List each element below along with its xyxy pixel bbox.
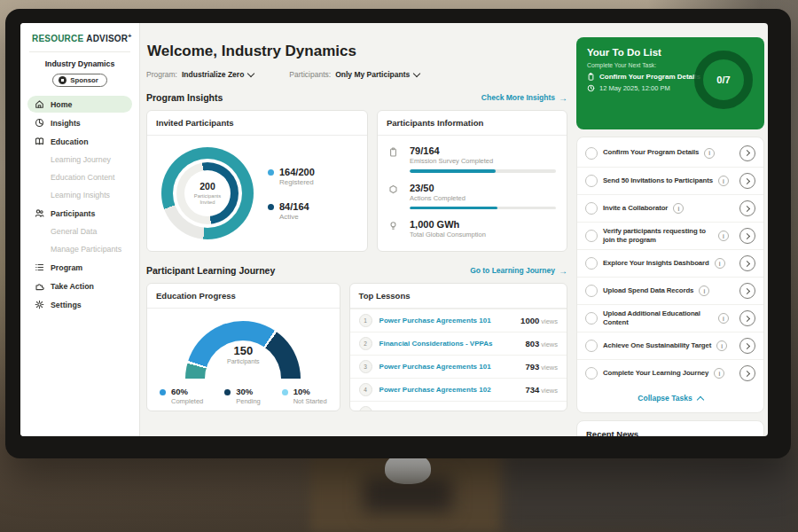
chevron-right-icon xyxy=(744,232,750,239)
sidebar-item-take-action[interactable]: Take Action xyxy=(27,278,132,294)
info-icon[interactable] xyxy=(715,258,725,269)
registered-legend: 164/200 Registered xyxy=(268,167,315,186)
task-row: Invite a Collaborator xyxy=(577,194,763,222)
sidebar: RESOURCE ADVISOR+ Industry Dynamics Spon… xyxy=(20,23,140,436)
task-open-button[interactable] xyxy=(739,200,755,216)
task-checkbox[interactable] xyxy=(585,340,598,352)
sidebar-nav: Home Insights Education Learning Journey xyxy=(20,96,139,313)
lesson-link[interactable]: Power Purchase Agreements 101 xyxy=(379,363,519,371)
card-title: Participants Information xyxy=(378,111,567,136)
sidebar-item-general-data[interactable]: General Data xyxy=(27,223,132,239)
monitor-bezel: RESOURCE ADVISOR+ Industry Dynamics Spon… xyxy=(5,9,791,458)
sidebar-item-education[interactable]: Education xyxy=(27,133,132,150)
chevron-right-icon xyxy=(744,205,750,211)
hexagon-icon xyxy=(388,184,398,194)
recent-news-card: Recent News xyxy=(576,420,764,436)
dashboard-screen: RESOURCE ADVISOR+ Industry Dynamics Spon… xyxy=(20,23,768,436)
task-open-button[interactable] xyxy=(739,173,755,189)
check-more-insights-link[interactable]: Check More Insights xyxy=(481,93,567,103)
program-dropdown[interactable]: Program: Industrialize Zero xyxy=(146,70,254,79)
rank-badge: 4 xyxy=(359,383,372,396)
task-checkbox[interactable] xyxy=(585,312,598,325)
info-icon[interactable] xyxy=(699,286,709,296)
chevron-right-icon xyxy=(744,370,750,376)
section-learning-journey: Participant Learning Journey xyxy=(146,265,275,276)
info-icon[interactable] xyxy=(716,340,727,351)
task-checkbox[interactable] xyxy=(585,175,598,187)
sidebar-item-insights[interactable]: Insights xyxy=(27,114,132,131)
info-icon[interactable] xyxy=(714,368,724,379)
task-checkbox[interactable] xyxy=(585,230,598,242)
chevron-right-icon xyxy=(744,287,750,293)
lesson-link[interactable]: Power Purchase Agreements 102 xyxy=(379,386,519,394)
task-checkbox[interactable] xyxy=(585,202,598,215)
task-row: Upload Spend Data Records xyxy=(577,277,763,304)
chevron-right-icon xyxy=(744,315,750,321)
actions-completed-stat: 23/50 Actions Completed xyxy=(388,183,556,210)
collapse-tasks-link[interactable]: Collapse Tasks xyxy=(577,387,763,411)
sidebar-divider xyxy=(29,51,130,52)
task-open-button[interactable] xyxy=(739,145,755,161)
lesson-link[interactable]: Financial Considerations - VPPAs xyxy=(379,340,519,348)
book-icon xyxy=(35,137,44,146)
task-checkbox[interactable] xyxy=(585,257,598,270)
sidebar-item-learning-insights[interactable]: Learning Insights xyxy=(27,187,132,203)
sponsor-icon xyxy=(59,76,66,84)
photo-scene: RESOURCE ADVISOR+ Industry Dynamics Spon… xyxy=(0,0,798,532)
go-to-learning-journey-link[interactable]: Go to Learning Journey xyxy=(470,266,567,276)
task-open-button[interactable] xyxy=(739,228,755,244)
task-open-button[interactable] xyxy=(739,283,755,299)
chevron-right-icon xyxy=(744,150,750,156)
task-open-button[interactable] xyxy=(739,338,755,354)
task-checkbox[interactable] xyxy=(585,147,598,160)
participants-dropdown[interactable]: Participants: Only My Participants xyxy=(289,70,419,79)
invited-donut-inner-ring: 200 Participants Invited xyxy=(176,162,239,224)
rank-badge: 3 xyxy=(359,360,372,373)
pending-dot-icon xyxy=(224,389,231,395)
chevron-down-icon xyxy=(247,69,254,76)
task-row: Complete Your Learning Journey xyxy=(577,359,763,387)
participants-information-card: Participants Information 79/164 Emission… xyxy=(377,110,567,252)
card-title: Top Lessons xyxy=(350,284,567,309)
lesson-link[interactable]: Power Purchase Agreements 101 xyxy=(379,317,514,325)
info-icon[interactable] xyxy=(704,148,715,159)
gauge-total: 150 xyxy=(185,344,301,357)
emission-progress-bar xyxy=(410,169,496,173)
task-checkbox[interactable] xyxy=(585,367,598,379)
sidebar-item-home[interactable]: Home xyxy=(27,96,132,113)
active-dot-icon xyxy=(268,204,274,210)
invited-donut-outer-ring: 200 Participants Invited xyxy=(161,147,254,239)
task-checkbox[interactable] xyxy=(585,285,598,297)
lightbulb-icon xyxy=(388,221,398,231)
top-lessons-card: Top Lessons 1 Power Purchase Agreements … xyxy=(349,283,567,411)
app-logo: RESOURCE ADVISOR+ xyxy=(20,33,139,43)
task-open-button[interactable] xyxy=(739,255,755,271)
info-icon[interactable] xyxy=(718,231,729,241)
task-open-button[interactable] xyxy=(739,310,755,326)
sidebar-item-participants[interactable]: Participants xyxy=(27,205,132,222)
section-program-insights: Program Insights xyxy=(146,92,223,103)
lesson-link[interactable]: Power Purchase Agreements 103 xyxy=(379,409,519,411)
chevron-right-icon xyxy=(744,342,750,348)
active-legend: 84/164 Active xyxy=(268,201,315,221)
rank-badge: 1 xyxy=(359,314,372,327)
sidebar-item-learning-journey[interactable]: Learning Journey xyxy=(27,152,132,168)
sidebar-item-manage-participants[interactable]: Manage Participants xyxy=(27,241,132,257)
consumption-stat: 1,000 GWh Total Global Consumption xyxy=(388,219,556,239)
todo-progress: 0/7 xyxy=(716,74,730,85)
sponsor-badge[interactable]: Sponsor xyxy=(52,74,107,87)
lesson-row: 3 Power Purchase Agreements 101 793views xyxy=(350,355,567,378)
info-icon[interactable] xyxy=(718,313,729,324)
task-row: Explore Your Insights Dashboard xyxy=(577,249,763,277)
sidebar-item-settings[interactable]: Settings xyxy=(27,296,132,313)
sidebar-item-education-content[interactable]: Education Content xyxy=(27,169,132,185)
invited-participants-card: Invited Participants 200 Participants In… xyxy=(146,110,368,252)
info-icon[interactable] xyxy=(718,176,729,186)
todo-progress-ring: 0/7 xyxy=(694,51,753,109)
sidebar-item-program[interactable]: Program xyxy=(27,259,132,276)
info-icon[interactable] xyxy=(673,203,684,214)
task-open-button[interactable] xyxy=(739,365,755,381)
card-title: Education Progress xyxy=(147,284,340,309)
rank-badge: 5 xyxy=(359,406,372,411)
todo-card: Your To Do List Complete Your Next Task:… xyxy=(576,37,764,129)
